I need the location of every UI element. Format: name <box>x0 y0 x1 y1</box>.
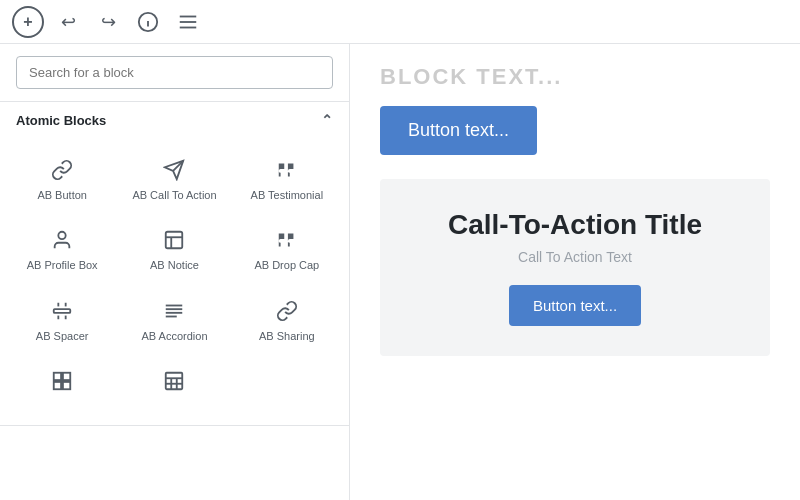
block-item-ab-notice[interactable]: AB Notice <box>120 216 228 282</box>
block-item-ab-accordion[interactable]: AB Accordion <box>120 287 228 353</box>
block-label: AB Testimonial <box>251 188 324 202</box>
block-item-ab-profile-box[interactable]: AB Profile Box <box>8 216 116 282</box>
svg-rect-23 <box>166 373 183 390</box>
cta-block: Call-To-Action Title Call To Action Text… <box>380 179 770 356</box>
sidebar: Atomic Blocks ⌃ AB Button <box>0 44 350 500</box>
spacer-icon <box>51 299 73 323</box>
block-item-layout[interactable] <box>8 357 116 409</box>
undo-button[interactable]: ↩ <box>52 6 84 38</box>
block-item-ab-button[interactable]: AB Button <box>8 146 116 212</box>
block-item-ab-drop-cap[interactable]: AB Drop Cap <box>233 216 341 282</box>
notice-icon <box>163 228 185 252</box>
svg-rect-20 <box>63 373 70 380</box>
quote2-icon <box>276 228 298 252</box>
svg-rect-21 <box>54 382 61 389</box>
block-label: AB Drop Cap <box>254 258 319 272</box>
megaphone-icon <box>163 158 185 182</box>
search-input[interactable] <box>16 56 333 89</box>
svg-point-6 <box>58 232 65 239</box>
block-item-table[interactable] <box>120 357 228 409</box>
chevron-up-icon: ⌃ <box>321 112 333 128</box>
search-area <box>0 44 349 102</box>
sharing-icon <box>276 299 298 323</box>
link-icon <box>51 158 73 182</box>
table-icon <box>163 369 185 393</box>
svg-rect-10 <box>54 309 71 313</box>
layout-icon <box>51 369 73 393</box>
block-item-ab-call-to-action[interactable]: AB Call To Action <box>120 146 228 212</box>
add-block-button[interactable]: + <box>12 6 44 38</box>
faded-block-title: BLOCK TEXT... <box>380 64 770 90</box>
toolbar: + ↩ ↪ <box>0 0 800 44</box>
atomic-blocks-category: Atomic Blocks ⌃ AB Button <box>0 102 349 426</box>
block-label: AB Spacer <box>36 329 89 343</box>
block-label: AB Sharing <box>259 329 315 343</box>
block-label: AB Accordion <box>141 329 207 343</box>
accordion-icon <box>163 299 185 323</box>
svg-rect-19 <box>54 373 61 380</box>
block-item-ab-testimonial[interactable]: AB Testimonial <box>233 146 341 212</box>
cta-title: Call-To-Action Title <box>404 209 746 241</box>
person-icon <box>51 228 73 252</box>
svg-rect-7 <box>166 232 183 249</box>
cta-subtitle: Call To Action Text <box>404 249 746 265</box>
block-label: AB Button <box>37 188 87 202</box>
block-item-ab-sharing[interactable]: AB Sharing <box>233 287 341 353</box>
block-item-ab-spacer[interactable]: AB Spacer <box>8 287 116 353</box>
main-layout: Atomic Blocks ⌃ AB Button <box>0 44 800 500</box>
blocks-grid: AB Button AB Call To Action <box>0 138 349 425</box>
redo-button[interactable]: ↪ <box>92 6 124 38</box>
info-button[interactable] <box>132 6 164 38</box>
content-area: BLOCK TEXT... Button text... Call-To-Act… <box>350 44 800 500</box>
block-label: AB Profile Box <box>27 258 98 272</box>
menu-button[interactable] <box>172 6 204 38</box>
block-label: AB Call To Action <box>132 188 216 202</box>
quote-icon <box>276 158 298 182</box>
svg-rect-22 <box>63 382 70 389</box>
cta-button[interactable]: Button text... <box>509 285 641 326</box>
block-label: AB Notice <box>150 258 199 272</box>
category-header[interactable]: Atomic Blocks ⌃ <box>0 102 349 138</box>
standalone-button[interactable]: Button text... <box>380 106 537 155</box>
category-label: Atomic Blocks <box>16 113 106 128</box>
